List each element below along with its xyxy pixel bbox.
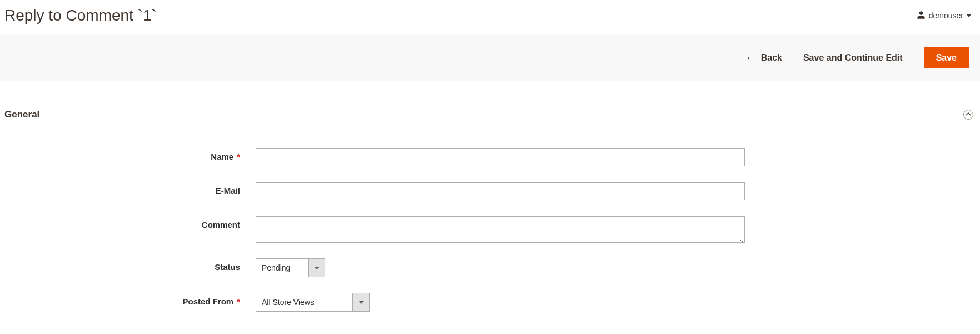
- posted-from-select[interactable]: All Store Views: [256, 293, 370, 312]
- posted-from-value: All Store Views: [256, 293, 352, 311]
- page-title: Reply to Comment `1`: [4, 7, 157, 24]
- back-button[interactable]: ← Back: [745, 53, 782, 63]
- form-general: Name* E-Mail Comment Status Pending Post…: [0, 126, 980, 334]
- collapse-icon[interactable]: [963, 110, 973, 120]
- email-input[interactable]: [256, 182, 745, 200]
- username: demouser: [929, 11, 963, 20]
- status-value: Pending: [256, 259, 308, 277]
- back-arrow-icon: ←: [745, 53, 755, 63]
- user-menu[interactable]: demouser: [917, 11, 976, 21]
- comment-label: Comment: [0, 216, 256, 229]
- name-input[interactable]: [256, 148, 745, 166]
- status-label: Status: [0, 258, 256, 272]
- user-icon: [917, 11, 926, 21]
- back-label: Back: [761, 53, 782, 63]
- name-label: Name*: [0, 148, 256, 161]
- section-title: General: [4, 109, 39, 120]
- caret-down-icon: [967, 14, 971, 17]
- chevron-down-icon: [352, 293, 369, 311]
- chevron-down-icon: [308, 259, 325, 277]
- status-select[interactable]: Pending: [256, 258, 325, 277]
- save-continue-button[interactable]: Save and Continue Edit: [803, 53, 903, 63]
- actions-bar: ← Back Save and Continue Edit Save: [0, 35, 980, 81]
- email-label: E-Mail: [0, 182, 256, 195]
- section-header[interactable]: General: [0, 81, 980, 126]
- save-button[interactable]: Save: [924, 47, 969, 68]
- posted-from-label: Posted From*: [0, 293, 256, 306]
- comment-input[interactable]: [256, 216, 745, 243]
